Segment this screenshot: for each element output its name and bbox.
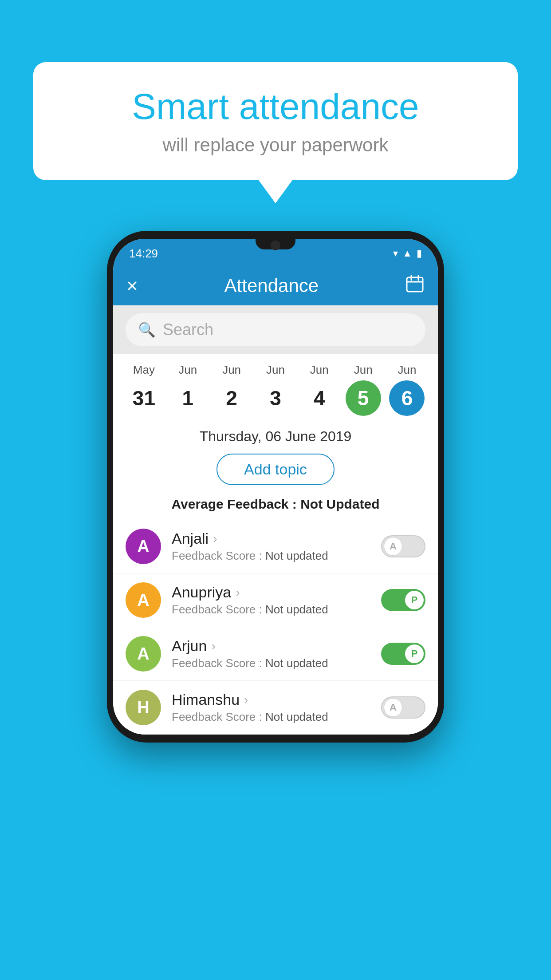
speech-bubble: Smart attendance will replace your paper…: [33, 62, 518, 180]
speech-bubble-section: Smart attendance will replace your paper…: [33, 62, 518, 203]
student-info-3: Himanshu ›Feedback Score : Not updated: [172, 691, 370, 724]
cal-day-2[interactable]: Jun2: [214, 363, 249, 416]
calendar-icon[interactable]: [405, 274, 425, 298]
toggle-knob-1: P: [405, 591, 424, 609]
attendance-toggle-3[interactable]: A: [381, 696, 425, 719]
attendance-toggle-1[interactable]: P: [381, 589, 425, 611]
chevron-icon-0: ›: [213, 532, 217, 546]
phone-mockup: 14:29 ▾ ▲ ▮ × Attendance: [33, 231, 518, 743]
student-name-1: Anupriya ›: [172, 584, 370, 601]
feedback-value-0: Not updated: [265, 549, 328, 562]
student-item-2[interactable]: AArjun ›Feedback Score : Not updatedP: [113, 627, 438, 681]
student-avatar-1: A: [126, 582, 161, 618]
chevron-icon-3: ›: [244, 693, 248, 707]
avg-feedback: Average Feedback : Not Updated: [113, 493, 438, 520]
toggle-knob-0: A: [384, 537, 402, 556]
student-feedback-1: Feedback Score : Not updated: [172, 603, 370, 616]
student-avatar-0: A: [126, 529, 161, 564]
toggle-knob-2: P: [405, 644, 424, 663]
cal-date-3: 3: [258, 380, 293, 416]
search-icon: 🔍: [138, 321, 156, 338]
student-name-3: Himanshu ›: [172, 691, 370, 708]
student-item-0[interactable]: AAnjali ›Feedback Score : Not updatedA: [113, 520, 438, 573]
signal-icon: ▲: [402, 248, 412, 259]
selected-date-label: Thursday, 06 June 2019: [113, 420, 438, 449]
attendance-toggle-2[interactable]: P: [381, 643, 425, 665]
cal-month-6: Jun: [398, 363, 417, 377]
add-topic-wrapper: Add topic: [113, 449, 438, 493]
cal-date-5: 5: [346, 380, 381, 416]
app-bar-title: Attendance: [224, 275, 319, 296]
status-time: 14:29: [129, 247, 158, 261]
student-item-3[interactable]: HHimanshu ›Feedback Score : Not updatedA: [113, 681, 438, 735]
close-icon[interactable]: ×: [126, 275, 138, 297]
cal-date-2: 2: [214, 380, 249, 416]
cal-date-6: 6: [389, 380, 425, 416]
wifi-icon: ▾: [393, 248, 398, 259]
student-avatar-2: A: [126, 636, 161, 672]
phone-body: 14:29 ▾ ▲ ▮ × Attendance: [107, 231, 444, 743]
cal-month-3: Jun: [266, 363, 285, 377]
avg-feedback-label: Average Feedback :: [171, 497, 296, 511]
cal-date-4: 4: [302, 380, 337, 416]
student-feedback-3: Feedback Score : Not updated: [172, 710, 370, 724]
cal-date-0: 31: [126, 380, 161, 416]
phone-camera: [271, 241, 280, 250]
cal-day-6[interactable]: Jun6: [389, 363, 425, 416]
phone-screen: 14:29 ▾ ▲ ▮ × Attendance: [113, 239, 438, 735]
search-bar-wrapper: 🔍 Search: [113, 305, 438, 354]
cal-month-5: Jun: [354, 363, 373, 377]
cal-month-4: Jun: [310, 363, 329, 377]
avg-feedback-value: Not Updated: [300, 497, 379, 511]
svg-rect-0: [407, 277, 423, 292]
search-bar[interactable]: 🔍 Search: [126, 313, 425, 346]
student-avatar-3: H: [126, 690, 161, 725]
cal-day-5[interactable]: Jun5: [346, 363, 381, 416]
chevron-icon-2: ›: [211, 639, 215, 653]
speech-bubble-tail: [259, 180, 292, 203]
search-placeholder: Search: [163, 320, 213, 339]
cal-month-2: Jun: [222, 363, 241, 377]
feedback-value-2: Not updated: [265, 656, 328, 670]
cal-month-0: May: [133, 363, 155, 377]
student-name-2: Arjun ›: [172, 637, 370, 655]
student-list: AAnjali ›Feedback Score : Not updatedAAA…: [113, 520, 438, 735]
student-item-1[interactable]: AAnupriya ›Feedback Score : Not updatedP: [113, 573, 438, 627]
student-info-1: Anupriya ›Feedback Score : Not updated: [172, 584, 370, 616]
student-info-2: Arjun ›Feedback Score : Not updated: [172, 637, 370, 670]
student-feedback-2: Feedback Score : Not updated: [172, 656, 370, 670]
attendance-toggle-0[interactable]: A: [381, 535, 425, 557]
calendar-strip: May31Jun1Jun2Jun3Jun4Jun5Jun6: [113, 354, 438, 420]
student-name-0: Anjali ›: [172, 530, 370, 547]
add-topic-button[interactable]: Add topic: [216, 454, 335, 485]
cal-day-4[interactable]: Jun4: [302, 363, 337, 416]
toggle-knob-3: A: [384, 698, 402, 717]
battery-icon: ▮: [417, 248, 422, 259]
app-bar: × Attendance: [113, 266, 438, 305]
speech-bubble-subtitle: will replace your paperwork: [60, 134, 491, 156]
student-feedback-0: Feedback Score : Not updated: [172, 549, 370, 563]
status-icons: ▾ ▲ ▮: [393, 248, 422, 259]
cal-day-3[interactable]: Jun3: [258, 363, 293, 416]
feedback-value-1: Not updated: [265, 603, 328, 616]
chevron-icon-1: ›: [236, 585, 240, 600]
cal-date-1: 1: [170, 380, 205, 416]
speech-bubble-title: Smart attendance: [60, 87, 491, 126]
feedback-value-3: Not updated: [265, 710, 328, 723]
cal-day-0[interactable]: May31: [126, 363, 161, 416]
cal-day-1[interactable]: Jun1: [170, 363, 205, 416]
student-info-0: Anjali ›Feedback Score : Not updated: [172, 530, 370, 563]
cal-month-1: Jun: [178, 363, 197, 377]
